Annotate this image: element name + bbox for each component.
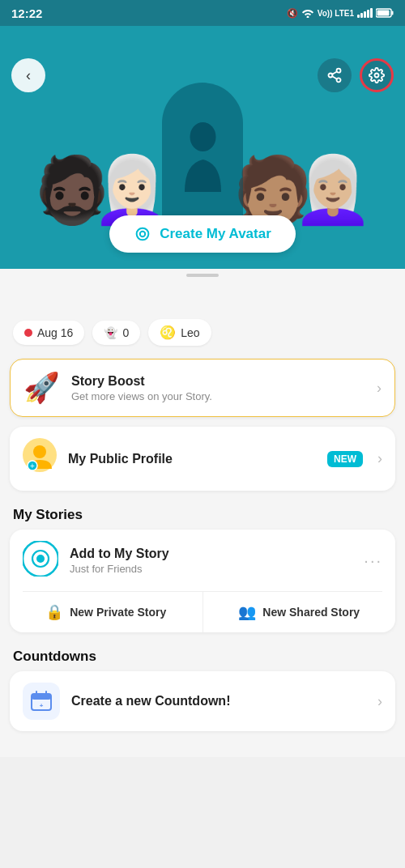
status-icons: 🔇 Vo)) LTE1	[287, 8, 394, 19]
svg-text:+: +	[30, 462, 35, 470]
public-profile-text: My Public Profile	[68, 452, 327, 466]
birthday-tag[interactable]: Aug 16	[13, 321, 84, 345]
camera-icon	[134, 225, 151, 243]
public-profile-title: My Public Profile	[68, 452, 327, 466]
profile-icon: +	[23, 438, 57, 479]
rocket-icon: 🚀	[23, 371, 60, 405]
new-badge: NEW	[327, 451, 363, 467]
countdown-icon: +	[23, 683, 60, 720]
svg-rect-1	[377, 11, 390, 16]
avatar-2: 👩🏻‍🦳	[96, 99, 168, 228]
countdown-title: Create a new Countdown!	[71, 694, 371, 708]
svg-rect-21	[32, 694, 51, 700]
battery-icon	[376, 8, 394, 18]
svg-point-19	[36, 555, 45, 563]
public-profile-card[interactable]: + My Public Profile NEW ›	[10, 427, 395, 491]
countdown-text: Create a new Countdown!	[71, 694, 371, 708]
create-avatar-button[interactable]: Create My Avatar	[109, 215, 296, 253]
svg-text:+: +	[40, 702, 44, 709]
svg-point-9	[190, 122, 215, 151]
group-icon: 👥	[238, 603, 256, 621]
status-bar: 12:22 🔇 Vo)) LTE1	[0, 0, 405, 26]
new-private-story-label: New Private Story	[70, 606, 166, 619]
my-stories-card: Add to My Story Just for Friends ··· 🔒 N…	[10, 530, 395, 632]
avatars-row: 🧔🏿 👩🏻‍🦳 🧑🏽 👩🏼‍🦳	[0, 26, 405, 228]
add-story-title: Add to My Story	[70, 547, 364, 561]
story-boost-chevron: ›	[377, 380, 382, 397]
add-story-row[interactable]: Add to My Story Just for Friends ···	[10, 530, 395, 591]
countdowns-heading: Countdowns	[0, 642, 405, 671]
score-label: 0	[122, 326, 129, 339]
new-shared-story-label: New Shared Story	[262, 606, 360, 619]
zodiac-label: Leo	[181, 326, 199, 339]
wifi-icon	[301, 8, 314, 18]
mute-icon: 🔇	[287, 8, 298, 19]
calendar-icon: +	[30, 690, 53, 713]
story-boost-subtitle: Get more views on your Story.	[71, 390, 370, 402]
scroll-indicator	[0, 269, 405, 282]
signal-bars	[357, 8, 373, 18]
zodiac-icon: ♌	[160, 325, 176, 340]
main-content: Aug 16 👻 0 ♌ Leo 🚀 Story Boost Get more …	[0, 306, 405, 757]
story-boost-title: Story Boost	[71, 374, 370, 389]
zodiac-tag[interactable]: ♌ Leo	[148, 319, 211, 346]
countdown-chevron: ›	[377, 693, 382, 710]
add-story-icon	[23, 541, 58, 580]
ghost-icon: 👻	[104, 326, 117, 339]
lock-icon: 🔒	[45, 603, 63, 621]
svg-rect-2	[392, 11, 394, 15]
public-profile-chevron: ›	[377, 450, 382, 467]
avatar-4: 👩🏼‍🦳	[296, 99, 369, 228]
new-private-story-button[interactable]: 🔒 New Private Story	[10, 592, 203, 632]
spacer	[0, 282, 405, 306]
new-shared-story-button[interactable]: 👥 New Shared Story	[203, 592, 396, 632]
svg-point-11	[140, 232, 145, 236]
lte-label: Vo)) LTE1	[318, 9, 354, 18]
story-boost-card[interactable]: 🚀 Story Boost Get more views on your Sto…	[10, 359, 395, 417]
svg-point-13	[33, 445, 46, 458]
silhouette-svg	[181, 119, 225, 192]
story-camera-svg	[23, 541, 58, 577]
story-boost-text: Story Boost Get more views on your Story…	[71, 374, 370, 402]
birthday-dot	[24, 329, 32, 337]
hero-banner: ‹ 🧔🏿 👩🏻‍🦳 🧑🏽 👩🏼‍🦳	[0, 26, 405, 269]
create-avatar-label: Create My Avatar	[160, 226, 271, 242]
add-story-subtitle: Just for Friends	[70, 563, 364, 575]
ellipsis-icon[interactable]: ···	[364, 551, 382, 570]
birthday-label: Aug 16	[37, 326, 73, 339]
tags-row: Aug 16 👻 0 ♌ Leo	[0, 306, 405, 359]
scroll-handle	[186, 274, 219, 277]
add-story-text: Add to My Story Just for Friends	[70, 547, 364, 575]
snapchat-score-tag[interactable]: 👻 0	[92, 321, 140, 345]
my-stories-heading: My Stories	[0, 500, 405, 530]
countdown-card[interactable]: + Create a new Countdown! ›	[10, 671, 395, 731]
status-time: 12:22	[11, 6, 42, 20]
stories-bottom-row: 🔒 New Private Story 👥 New Shared Story	[10, 592, 395, 632]
profile-svg: +	[23, 438, 57, 472]
svg-point-10	[137, 228, 149, 240]
avatar-silhouette	[162, 83, 243, 228]
